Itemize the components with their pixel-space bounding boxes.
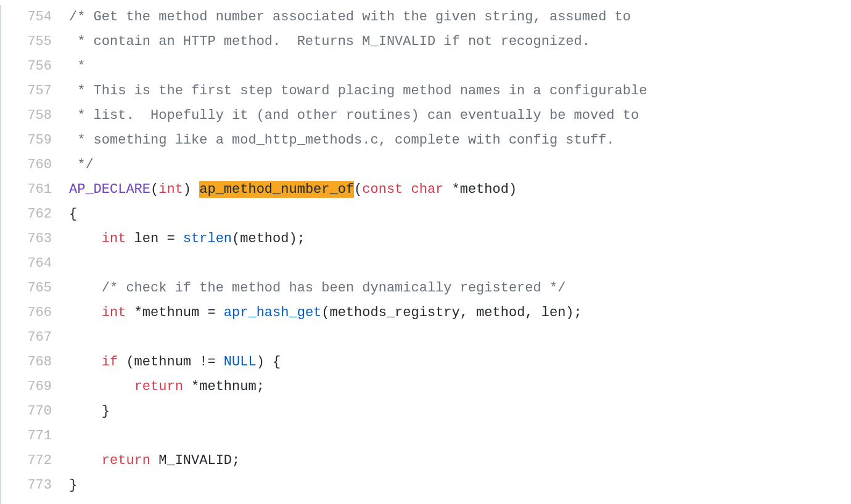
token [69,354,102,370]
token [403,182,411,197]
line-number: 754 [1,5,69,30]
code-viewer: 754/* Get the method number associated w… [0,5,851,504]
code-line[interactable]: 755 * contain an HTTP method. Returns M_… [1,30,851,54]
code-line[interactable]: 770 } [1,399,851,424]
token: (method); [232,231,305,246]
token-func-blue: strlen [183,231,232,246]
code-content: * This is the first step toward placing … [69,79,647,104]
code-content: int *methnum = apr_hash_get(methods_regi… [69,301,582,325]
token: ) [183,182,199,197]
code-line[interactable]: 760 */ [1,153,851,177]
code-line[interactable]: 763 int len = strlen(method); [1,227,851,251]
code-content: if (methnum != NULL) { [69,350,281,375]
line-number: 762 [1,202,69,227]
code-content: * [69,54,85,79]
token: *methnum; [183,379,265,394]
code-line[interactable]: 765 /* check if the method has been dyna… [1,276,851,301]
code-line[interactable]: 757 * This is the first step toward plac… [1,79,851,104]
token-comment: /* Get the method number associated with… [69,9,631,25]
code-line[interactable]: 766 int *methnum = apr_hash_get(methods_… [1,301,851,325]
code-line[interactable]: 756 * [1,54,851,79]
code-content: return *methnum; [69,375,265,399]
line-number: 758 [1,104,69,128]
token-comment: * contain an HTTP method. Returns M_INVA… [69,34,590,49]
token [69,231,102,246]
token-func-blue: apr_hash_get [224,305,321,320]
line-number: 755 [1,30,69,54]
line-number: 764 [1,251,69,276]
token: M_INVALID; [150,453,240,468]
line-number: 757 [1,79,69,104]
token-keyword-red: const [362,182,403,197]
token: { [69,206,77,222]
token: ( [150,182,158,197]
code-line[interactable]: 761AP_DECLARE(int) ap_method_number_of(c… [1,177,851,202]
code-line[interactable]: 758 * list. Hopefully it (and other rout… [1,104,851,128]
line-number: 767 [1,325,69,350]
token: ) { [257,354,281,370]
token [69,453,102,468]
code-content: } [69,473,77,498]
line-number: 769 [1,375,69,399]
token-comment: * something like a mod_http_methods.c, c… [69,132,615,148]
token: } [69,404,110,419]
code-content: * list. Hopefully it (and other routines… [69,104,639,128]
token: *method) [443,182,517,197]
token-comment: * This is the first step toward placing … [69,83,647,99]
code-content: */ [69,153,94,177]
line-number: 773 [1,473,69,498]
code-line[interactable]: 768 if (methnum != NULL) { [1,350,851,375]
code-line[interactable]: 771 [1,424,851,449]
line-number: 763 [1,227,69,251]
token: *methnum = [126,305,223,320]
line-number: 760 [1,153,69,177]
token [69,280,102,296]
code-content: * contain an HTTP method. Returns M_INVA… [69,30,590,54]
token [69,379,134,394]
code-line[interactable]: 774 [1,498,851,504]
code-content: } [69,399,110,424]
token: (methnum != [118,354,224,370]
line-number: 768 [1,350,69,375]
token-keyword-red: char [411,182,444,197]
line-number: 771 [1,424,69,449]
line-number: 756 [1,54,69,79]
code-content: AP_DECLARE(int) ap_method_number_of(cons… [69,177,517,202]
code-line[interactable]: 759 * something like a mod_http_methods.… [1,128,851,153]
token: } [69,478,77,493]
line-number: 770 [1,399,69,424]
token-keyword-purple: AP_DECLARE [69,182,150,197]
token-func-blue: NULL [224,354,257,370]
code-line[interactable]: 772 return M_INVALID; [1,449,851,473]
line-number: 772 [1,449,69,473]
token: len = [126,231,183,246]
code-line[interactable]: 764 [1,251,851,276]
token-comment: * list. Hopefully it (and other routines… [69,108,639,123]
token: (methods_registry, method, len); [321,305,582,320]
line-number: 765 [1,276,69,301]
line-number: 759 [1,128,69,153]
code-line[interactable]: 773} [1,473,851,498]
code-content: /* check if the method has been dynamica… [69,276,565,301]
code-line[interactable]: 769 return *methnum; [1,375,851,399]
code-content: * something like a mod_http_methods.c, c… [69,128,615,153]
code-line[interactable]: 762{ [1,202,851,227]
line-number: 761 [1,177,69,202]
code-content: return M_INVALID; [69,449,240,473]
token-keyword-red: int [102,305,126,320]
token-comment: /* check if the method has been dynamica… [102,280,566,296]
token-keyword-red: int [102,231,126,246]
line-number: 766 [1,301,69,325]
token: ( [354,182,362,197]
token-keyword-red: int [158,182,183,197]
token [69,305,102,320]
token-keyword-red: if [102,354,118,370]
code-line[interactable]: 754/* Get the method number associated w… [1,5,851,30]
code-line[interactable]: 767 [1,325,851,350]
token-comment: * [69,59,85,74]
code-content: { [69,202,77,227]
token-keyword-red: return [102,453,150,468]
token-comment: */ [69,157,94,173]
token-keyword-red: return [134,379,183,394]
line-number: 774 [1,498,69,504]
